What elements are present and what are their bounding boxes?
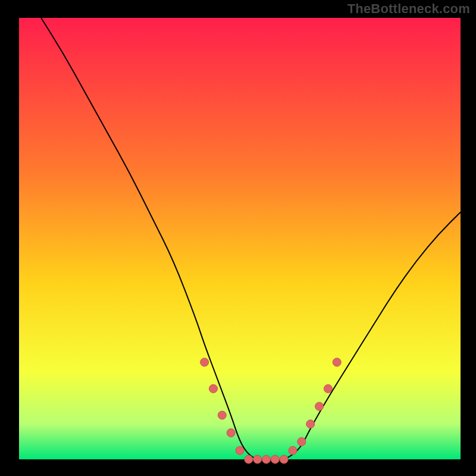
curve-marker (236, 446, 244, 455)
curve-marker (315, 402, 324, 411)
curve-marker (209, 384, 217, 393)
curve-marker (289, 446, 297, 455)
curve-marker (262, 455, 271, 464)
curve-marker (227, 428, 235, 437)
chart-frame: TheBottleneck.com (0, 0, 476, 476)
curve-marker (333, 358, 341, 367)
plot-background (19, 18, 461, 459)
curve-marker (298, 437, 306, 446)
curve-marker (271, 455, 279, 464)
curve-marker (324, 384, 332, 393)
curve-marker (280, 455, 288, 464)
curve-marker (253, 455, 262, 464)
bottleneck-chart (0, 0, 476, 476)
curve-marker (218, 411, 226, 419)
curve-marker (245, 455, 253, 464)
curve-marker (306, 420, 315, 428)
curve-marker (201, 358, 209, 367)
